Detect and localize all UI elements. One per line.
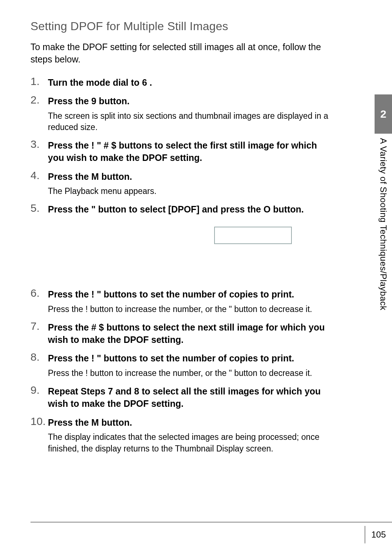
step-head: Press the ! " buttons to set the number … bbox=[48, 288, 335, 301]
step-item: Press the 9 button. The screen is split … bbox=[30, 95, 335, 133]
step-item: Press the ! " buttons to set the number … bbox=[30, 352, 335, 379]
step-body: Press the ! button to increase the numbe… bbox=[48, 368, 335, 379]
step-head: Press the ! " buttons to set the number … bbox=[48, 352, 335, 365]
step-item: Press the ! " # $ buttons to select the … bbox=[30, 139, 335, 164]
step-body: Press the ! button to increase the numbe… bbox=[48, 304, 335, 315]
step-item: Press the M button. The display indicate… bbox=[30, 417, 335, 454]
content-area: Setting DPOF for Multiple Still Images T… bbox=[30, 20, 335, 454]
screenshot-placeholder bbox=[214, 227, 292, 244]
steps-list: Turn the mode dial to 6 . Press the 9 bu… bbox=[30, 77, 335, 454]
page-number: 105 bbox=[371, 530, 386, 540]
step-head: Press the M button. bbox=[48, 417, 335, 429]
step-item: Turn the mode dial to 6 . bbox=[30, 77, 335, 89]
step-item: Press the M button. The Playback menu ap… bbox=[30, 171, 335, 197]
step-body: The Playback menu appears. bbox=[48, 186, 335, 197]
side-text-container: A Variety of Shooting Techniques/Playbac… bbox=[375, 138, 392, 363]
chapter-title: A Variety of Shooting Techniques/Playbac… bbox=[378, 138, 388, 311]
chapter-number: 2 bbox=[380, 108, 387, 120]
step-head: Turn the mode dial to 6 . bbox=[48, 77, 335, 89]
page-title: Setting DPOF for Multiple Still Images bbox=[30, 20, 335, 33]
step-head: Press the 9 button. bbox=[48, 95, 335, 108]
page: Setting DPOF for Multiple Still Images T… bbox=[0, 0, 392, 555]
page-number-box: 105 bbox=[365, 526, 392, 543]
step-head: Press the " button to select [DPOF] and … bbox=[48, 203, 335, 216]
intro-text: To make the DPOF setting for selected st… bbox=[30, 41, 335, 66]
step-head: Press the M button. bbox=[48, 171, 335, 183]
step-item: Press the " button to select [DPOF] and … bbox=[30, 203, 335, 267]
step-head: Press the ! " # $ buttons to select the … bbox=[48, 139, 335, 164]
step-item: Repeat Steps 7 and 8 to select all the s… bbox=[30, 385, 335, 410]
step-item: Press the # $ buttons to select the next… bbox=[30, 321, 335, 346]
step-item: Press the ! " buttons to set the number … bbox=[30, 288, 335, 315]
step-head: Press the # $ buttons to select the next… bbox=[48, 321, 335, 346]
step-head: Repeat Steps 7 and 8 to select all the s… bbox=[48, 385, 335, 410]
chapter-tab: 2 bbox=[375, 94, 392, 134]
footer-divider bbox=[30, 522, 392, 522]
screenshot-area bbox=[48, 223, 335, 267]
step-body: The display indicates that the selected … bbox=[48, 432, 335, 454]
step-body: The screen is split into six sections an… bbox=[48, 110, 335, 133]
